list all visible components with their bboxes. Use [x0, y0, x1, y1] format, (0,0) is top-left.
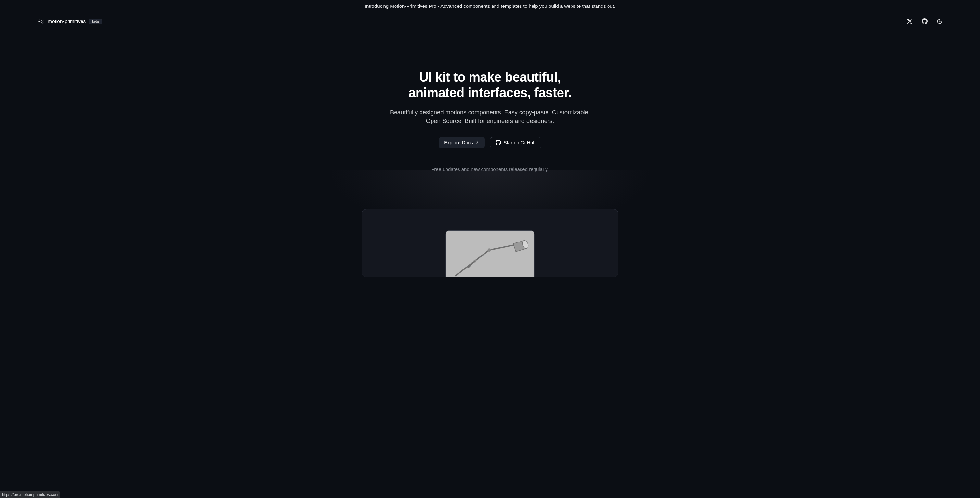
logo-icon [37, 19, 45, 24]
theme-toggle-icon[interactable] [937, 19, 943, 24]
hero-subtitle: Beautifully designed motions components.… [386, 108, 594, 125]
promo-banner-text: Introducing Motion-Primitives Pro - Adva… [365, 3, 615, 9]
hero-buttons: Explore Docs Star on GitHub [439, 137, 541, 148]
explore-docs-label: Explore Docs [444, 140, 473, 145]
logo-text: motion-primitives [48, 19, 86, 24]
hero-section: UI kit to make beautiful, animated inter… [0, 30, 980, 277]
hero-title: UI kit to make beautiful, animated inter… [409, 69, 571, 101]
hero-title-line1: UI kit to make beautiful, [419, 70, 561, 84]
showcase-card [362, 209, 618, 277]
x-twitter-icon[interactable] [907, 19, 912, 24]
main-navbar: motion-primitives beta [0, 12, 980, 30]
status-bar-url: https://pro.motion-primitives.com [0, 492, 60, 498]
hero-title-line2: animated interfaces, faster. [409, 86, 571, 100]
github-icon [496, 140, 501, 145]
navbar-actions [907, 18, 943, 24]
svg-point-3 [488, 248, 491, 252]
chevron-right-icon [475, 140, 480, 145]
star-github-button[interactable]: Star on GitHub [490, 137, 541, 148]
hero-note: Free updates and new components released… [431, 166, 549, 172]
showcase-image [445, 230, 535, 277]
promo-banner[interactable]: Introducing Motion-Primitives Pro - Adva… [0, 0, 980, 12]
star-github-label: Star on GitHub [503, 140, 535, 145]
svg-rect-0 [446, 231, 534, 277]
github-icon[interactable] [921, 18, 928, 24]
showcase-area [0, 177, 980, 277]
explore-docs-button[interactable]: Explore Docs [439, 137, 485, 148]
lamp-icon [446, 231, 535, 277]
beta-badge: beta [89, 19, 102, 24]
logo-link[interactable]: motion-primitives beta [37, 19, 102, 24]
